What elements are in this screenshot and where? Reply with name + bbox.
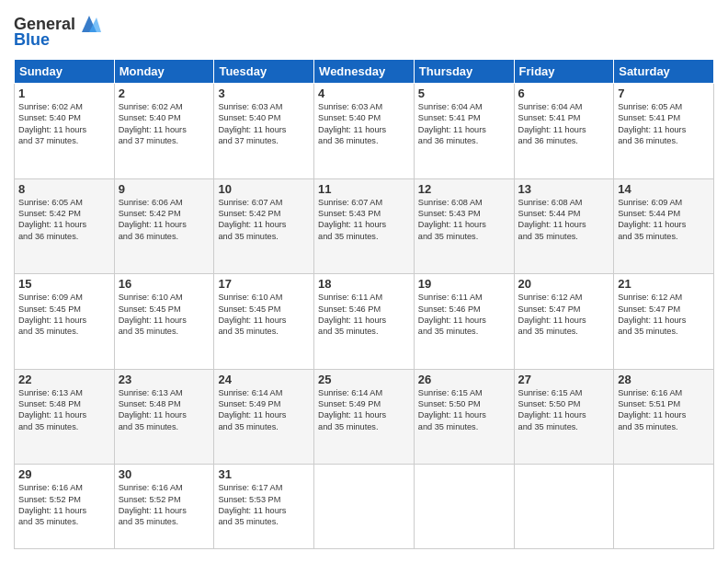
day-info: Sunrise: 6:02 AMSunset: 5:40 PMDaylight:… xyxy=(119,101,210,147)
logo-icon xyxy=(77,14,101,34)
day-info: Sunrise: 6:16 AMSunset: 5:52 PMDaylight:… xyxy=(119,482,210,528)
day-number: 12 xyxy=(418,182,510,196)
day-number: 27 xyxy=(518,373,610,386)
table-row: 18Sunrise: 6:11 AMSunset: 5:46 PMDayligh… xyxy=(314,274,415,370)
day-info: Sunrise: 6:09 AMSunset: 5:45 PMDaylight:… xyxy=(18,292,110,338)
table-row: 9Sunrise: 6:06 AMSunset: 5:42 PMDaylight… xyxy=(114,178,214,274)
day-number: 7 xyxy=(618,86,710,100)
table-row: 28Sunrise: 6:16 AMSunset: 5:51 PMDayligh… xyxy=(614,369,714,465)
table-row: 2Sunrise: 6:02 AMSunset: 5:40 PMDaylight… xyxy=(114,84,214,179)
day-number: 13 xyxy=(518,182,610,196)
col-saturday: Saturday xyxy=(614,60,714,84)
col-thursday: Thursday xyxy=(414,60,514,84)
day-number: 4 xyxy=(318,86,410,100)
day-number: 30 xyxy=(119,467,210,481)
day-info: Sunrise: 6:11 AMSunset: 5:46 PMDaylight:… xyxy=(318,292,410,338)
table-row: 10Sunrise: 6:07 AMSunset: 5:42 PMDayligh… xyxy=(214,178,314,274)
day-number: 22 xyxy=(18,373,110,386)
calendar-table: Sunday Monday Tuesday Wednesday Thursday… xyxy=(14,59,714,549)
day-number: 23 xyxy=(119,373,210,386)
table-row: 30Sunrise: 6:16 AMSunset: 5:52 PMDayligh… xyxy=(114,465,214,549)
table-row: 1Sunrise: 6:02 AMSunset: 5:40 PMDaylight… xyxy=(15,84,115,179)
day-number: 8 xyxy=(18,182,110,196)
table-row: 26Sunrise: 6:15 AMSunset: 5:50 PMDayligh… xyxy=(414,369,514,465)
day-info: Sunrise: 6:06 AMSunset: 5:42 PMDaylight:… xyxy=(119,197,210,243)
table-row xyxy=(414,465,514,549)
calendar-week-row: 8Sunrise: 6:05 AMSunset: 5:42 PMDaylight… xyxy=(15,178,714,274)
table-row: 19Sunrise: 6:11 AMSunset: 5:46 PMDayligh… xyxy=(414,274,514,370)
table-row: 13Sunrise: 6:08 AMSunset: 5:44 PMDayligh… xyxy=(514,178,614,274)
col-sunday: Sunday xyxy=(15,60,115,84)
day-number: 24 xyxy=(218,373,310,386)
table-row: 27Sunrise: 6:15 AMSunset: 5:50 PMDayligh… xyxy=(514,369,614,465)
table-row: 17Sunrise: 6:10 AMSunset: 5:45 PMDayligh… xyxy=(214,274,314,370)
day-info: Sunrise: 6:16 AMSunset: 5:51 PMDaylight:… xyxy=(618,387,710,433)
table-row: 3Sunrise: 6:03 AMSunset: 5:40 PMDaylight… xyxy=(214,84,314,179)
logo-blue-text: Blue xyxy=(14,30,50,50)
day-info: Sunrise: 6:16 AMSunset: 5:52 PMDaylight:… xyxy=(18,482,110,528)
day-number: 26 xyxy=(418,373,510,386)
day-number: 1 xyxy=(18,86,110,100)
day-info: Sunrise: 6:08 AMSunset: 5:44 PMDaylight:… xyxy=(518,197,610,243)
day-number: 9 xyxy=(119,182,210,196)
day-number: 18 xyxy=(318,277,410,291)
day-number: 16 xyxy=(119,277,210,291)
day-info: Sunrise: 6:15 AMSunset: 5:50 PMDaylight:… xyxy=(518,387,610,433)
day-info: Sunrise: 6:03 AMSunset: 5:40 PMDaylight:… xyxy=(318,101,410,147)
col-friday: Friday xyxy=(514,60,614,84)
day-number: 29 xyxy=(18,467,110,481)
table-row xyxy=(614,465,714,549)
day-info: Sunrise: 6:13 AMSunset: 5:48 PMDaylight:… xyxy=(18,387,110,433)
day-number: 21 xyxy=(618,277,710,291)
day-info: Sunrise: 6:14 AMSunset: 5:49 PMDaylight:… xyxy=(318,387,410,433)
day-number: 11 xyxy=(318,182,410,196)
logo: General Blue xyxy=(14,14,101,50)
calendar-week-row: 1Sunrise: 6:02 AMSunset: 5:40 PMDaylight… xyxy=(15,84,714,179)
day-info: Sunrise: 6:05 AMSunset: 5:42 PMDaylight:… xyxy=(18,197,110,243)
table-row: 25Sunrise: 6:14 AMSunset: 5:49 PMDayligh… xyxy=(314,369,415,465)
day-info: Sunrise: 6:15 AMSunset: 5:50 PMDaylight:… xyxy=(418,387,510,433)
day-number: 20 xyxy=(518,277,610,291)
table-row xyxy=(514,465,614,549)
day-info: Sunrise: 6:12 AMSunset: 5:47 PMDaylight:… xyxy=(518,292,610,338)
day-info: Sunrise: 6:10 AMSunset: 5:45 PMDaylight:… xyxy=(218,292,310,338)
table-row xyxy=(314,465,415,549)
table-row: 24Sunrise: 6:14 AMSunset: 5:49 PMDayligh… xyxy=(214,369,314,465)
calendar-week-row: 15Sunrise: 6:09 AMSunset: 5:45 PMDayligh… xyxy=(15,274,714,370)
day-number: 15 xyxy=(18,277,110,291)
day-info: Sunrise: 6:14 AMSunset: 5:49 PMDaylight:… xyxy=(218,387,310,433)
day-info: Sunrise: 6:09 AMSunset: 5:44 PMDaylight:… xyxy=(618,197,710,243)
table-row: 7Sunrise: 6:05 AMSunset: 5:41 PMDaylight… xyxy=(614,84,714,179)
table-row: 14Sunrise: 6:09 AMSunset: 5:44 PMDayligh… xyxy=(614,178,714,274)
table-row: 15Sunrise: 6:09 AMSunset: 5:45 PMDayligh… xyxy=(15,274,115,370)
day-number: 6 xyxy=(518,86,610,100)
day-number: 3 xyxy=(218,86,310,100)
col-wednesday: Wednesday xyxy=(314,60,415,84)
calendar-week-row: 29Sunrise: 6:16 AMSunset: 5:52 PMDayligh… xyxy=(15,465,714,549)
day-number: 14 xyxy=(618,182,710,196)
day-info: Sunrise: 6:12 AMSunset: 5:47 PMDaylight:… xyxy=(618,292,710,338)
table-row: 20Sunrise: 6:12 AMSunset: 5:47 PMDayligh… xyxy=(514,274,614,370)
table-row: 4Sunrise: 6:03 AMSunset: 5:40 PMDaylight… xyxy=(314,84,415,179)
day-info: Sunrise: 6:05 AMSunset: 5:41 PMDaylight:… xyxy=(618,101,710,147)
table-row: 11Sunrise: 6:07 AMSunset: 5:43 PMDayligh… xyxy=(314,178,415,274)
day-number: 31 xyxy=(218,467,310,481)
table-row: 22Sunrise: 6:13 AMSunset: 5:48 PMDayligh… xyxy=(15,369,115,465)
table-row: 8Sunrise: 6:05 AMSunset: 5:42 PMDaylight… xyxy=(15,178,115,274)
col-monday: Monday xyxy=(114,60,214,84)
table-row: 23Sunrise: 6:13 AMSunset: 5:48 PMDayligh… xyxy=(114,369,214,465)
day-info: Sunrise: 6:10 AMSunset: 5:45 PMDaylight:… xyxy=(119,292,210,338)
calendar-header-row: Sunday Monday Tuesday Wednesday Thursday… xyxy=(15,60,714,84)
page: General Blue Sunday Monday Tuesday Wedne… xyxy=(0,0,728,563)
day-number: 28 xyxy=(618,373,710,386)
day-info: Sunrise: 6:17 AMSunset: 5:53 PMDaylight:… xyxy=(218,482,310,528)
calendar-week-row: 22Sunrise: 6:13 AMSunset: 5:48 PMDayligh… xyxy=(15,369,714,465)
day-number: 2 xyxy=(119,86,210,100)
day-number: 5 xyxy=(418,86,510,100)
header: General Blue xyxy=(14,14,714,50)
day-info: Sunrise: 6:07 AMSunset: 5:42 PMDaylight:… xyxy=(218,197,310,243)
table-row: 6Sunrise: 6:04 AMSunset: 5:41 PMDaylight… xyxy=(514,84,614,179)
table-row: 5Sunrise: 6:04 AMSunset: 5:41 PMDaylight… xyxy=(414,84,514,179)
col-tuesday: Tuesday xyxy=(214,60,314,84)
day-info: Sunrise: 6:04 AMSunset: 5:41 PMDaylight:… xyxy=(518,101,610,147)
